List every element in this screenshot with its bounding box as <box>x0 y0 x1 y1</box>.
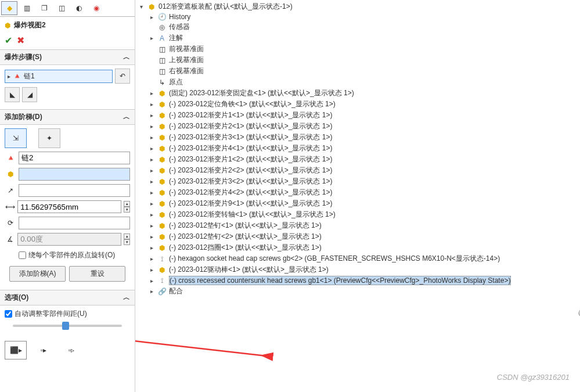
distance-icon: ⟷ <box>5 203 15 211</box>
rotation-axis-input[interactable] <box>19 217 130 229</box>
panel-tabs: ◆ ▥ ❐ ◫ ◐ ◉ <box>0 0 135 17</box>
explode-mode-2[interactable]: ▫▸ <box>33 341 55 359</box>
watermark: CSDN @gz39316201 <box>497 373 570 382</box>
tree-part[interactable]: ▸⬢(-) 2023-012定位角铁<1> (默认<<默认>_显示状态 1>) <box>138 99 578 110</box>
tree-part[interactable]: ▸⬢(-) 2023-012渐变片1<1> (默认<<默认>_显示状态 1>) <box>138 110 578 121</box>
property-manager-panel: ◆ ▥ ❐ ◫ ◐ ◉ ⬢ 爆炸视图2 ✔ ✖ 爆炸步骤(S) ︿ ▸ 🔺 链1 <box>0 0 135 392</box>
spin-down[interactable]: ▾ <box>124 239 130 245</box>
tree-part[interactable]: ▸⬢(-) 2023-012渐变片9<1> (默认<<默认>_显示状态 1>) <box>138 198 578 209</box>
tree-part[interactable]: ▸⬢(-) 2023-012挡圈<1> (默认<<默认>_显示状态 1>) <box>138 242 578 253</box>
ok-button[interactable]: ✔ <box>5 35 12 46</box>
tab-dimxpert[interactable]: ◫ <box>53 1 70 15</box>
tab-property[interactable]: ▥ <box>19 1 35 15</box>
feature-tree: ▾⬢ 012渐变遮板装配 (默认<默认_显示状态-1>) ▸🕘 History … <box>135 0 580 298</box>
tree-annotations[interactable]: ▸A 注解 <box>138 33 578 44</box>
svg-line-0 <box>135 335 272 357</box>
tree-part[interactable]: ▸⬢(-) 2023-012渐变片3<2> (默认<<默认>_显示状态 1>) <box>138 176 578 187</box>
auto-spacing-checkbox[interactable] <box>5 310 12 318</box>
chain-icon: 🔺 <box>5 154 16 162</box>
tree-drive-rod[interactable]: ▸⬢ (-) 2023-012驱动棒<1> (默认<<默认>_显示状态 1>) <box>138 264 578 275</box>
distance-input[interactable] <box>17 200 121 213</box>
tree-root[interactable]: ▾⬢ 012渐变遮板装配 (默认<默认_显示状态-1>) <box>138 1 578 12</box>
tree-sensors[interactable]: ◎ 传感器 <box>138 21 578 33</box>
tree-part[interactable]: ▸⬢(固定) 2023-012渐变固定盘<1> (默认<<默认>_显示状态 1>… <box>138 88 578 99</box>
collapse-icon: ︿ <box>123 293 130 303</box>
linear-stair-button[interactable]: ⇲ <box>5 128 27 148</box>
section-explode-steps[interactable]: 爆炸步骤(S) ︿ <box>0 49 135 65</box>
tree-screw-countersunk[interactable]: ▸⟟ (-) cross recessed countersunk head s… <box>138 275 578 286</box>
goto-start-button[interactable]: ◣ <box>5 87 20 102</box>
tab-configuration[interactable]: ❐ <box>36 1 52 15</box>
tree-part[interactable]: ▸⬢(-) 2023-012渐变片1<2> (默认<<默认>_显示状态 1>) <box>138 154 578 165</box>
section-label: 添加阶梯(D) <box>5 112 42 122</box>
spacing-slider[interactable] <box>13 325 122 327</box>
tree-part[interactable]: ▸⬢(-) 2023-012渐变片4<1> (默认<<默认>_显示状态 1>) <box>138 143 578 154</box>
tree-front-plane[interactable]: ◫ 前视基准面 <box>138 44 578 55</box>
direction-icon: ↗ <box>5 186 16 195</box>
spin-up[interactable]: ▴ <box>124 233 130 239</box>
checkbox-label: 绕每个零部件的原点旋转(O) <box>28 250 115 260</box>
tree-part[interactable]: ▸⬢(-) 2023-012渐变片4<2> (默认<<默认>_显示状态 1>) <box>138 187 578 198</box>
tree-part[interactable]: ▸⬢(-) 2023-012渐变转轴<1> (默认<<默认>_显示状态 1>) <box>138 209 578 220</box>
annotation-arrow <box>135 328 275 362</box>
spin-up[interactable]: ▴ <box>124 201 130 207</box>
tab-display[interactable]: ◐ <box>71 1 87 15</box>
assembly-icon: ⬢ <box>5 21 10 30</box>
tree-part[interactable]: ▸⬢(-) 2023-012渐变片3<1> (默认<<默认>_显示状态 1>) <box>138 132 578 143</box>
tree-part[interactable]: ▸⬢(-) 2023-012渐变片2<1> (默认<<默认>_显示状态 1>) <box>138 121 578 132</box>
cancel-button[interactable]: ✖ <box>17 35 24 46</box>
tree-top-plane[interactable]: ◫ 上视基准面 <box>138 55 578 66</box>
section-options[interactable]: 选项(O) ︿ <box>0 290 135 305</box>
direction-input[interactable] <box>19 184 130 197</box>
tab-feature-manager[interactable]: ◆ <box>1 1 17 15</box>
tree-part[interactable]: ▸⬢(-) 2023-012渐变片2<2> (默认<<默认>_显示状态 1>) <box>138 165 578 176</box>
rotate-origin-checkbox[interactable] <box>19 251 26 259</box>
panel-title-row: ⬢ 爆炸视图2 <box>0 17 135 34</box>
tree-mates[interactable]: ▸🔗 配合 <box>138 286 578 297</box>
explode-mode-1[interactable]: ⬛▸ <box>5 341 27 359</box>
confirm-row: ✔ ✖ <box>0 34 135 49</box>
section-label: 爆炸步骤(S) <box>5 52 42 62</box>
collapse-icon: ︿ <box>123 52 130 62</box>
spin-down[interactable]: ▾ <box>124 207 130 213</box>
angle-icon: ∡ <box>5 235 15 243</box>
tab-appearance[interactable]: ◉ <box>88 1 105 15</box>
radial-stair-button[interactable]: ✦ <box>38 128 60 148</box>
step-label: 链1 <box>24 71 35 81</box>
collapse-icon: ︿ <box>123 112 130 122</box>
tree-screw-hex[interactable]: ▸⟟ (-) hexagon socket head cap screws gb… <box>138 253 578 264</box>
axis-icon: ⟳ <box>5 219 16 227</box>
tree-part[interactable]: ▸⬢(-) 2023-012垫钉<2> (默认<<默认>_显示状态 1>) <box>138 231 578 242</box>
explode-mode-3[interactable]: ▫▹ <box>60 341 82 359</box>
chain-name-input[interactable] <box>19 152 130 164</box>
add-stair-button[interactable]: 添加阶梯(A) <box>9 266 66 282</box>
angle-input <box>17 233 121 246</box>
panel-title: 爆炸视图2 <box>14 20 46 30</box>
graphics-area: ▾⬢ 012渐变遮板装配 (默认<默认_显示状态-1>) ▸🕘 History … <box>135 0 580 392</box>
step-chain-1[interactable]: ▸ 🔺 链1 <box>5 70 113 83</box>
tree-history[interactable]: ▸🕘 History <box>138 12 578 21</box>
tree-origin[interactable]: ↳ 原点 <box>138 77 578 88</box>
reset-button[interactable]: 重设 <box>69 266 125 282</box>
section-label: 选项(O) <box>5 293 28 303</box>
checkbox-label: 自动调整零部件间距(U) <box>15 309 87 319</box>
tree-right-plane[interactable]: ◫ 右视基准面 <box>138 66 578 77</box>
section-add-stair[interactable]: 添加阶梯(D) ︿ <box>0 109 135 125</box>
component-select[interactable] <box>19 168 130 181</box>
tree-part[interactable]: ▸⬢(-) 2023-012垫钉<1> (默认<<默认>_显示状态 1>) <box>138 220 578 231</box>
slider-thumb[interactable] <box>62 322 69 330</box>
bottom-icon-row: ⬛▸ ▫▸ ▫▹ <box>0 336 135 364</box>
component-icon: ⬢ <box>5 170 16 178</box>
undo-step-button[interactable]: ↶ <box>115 69 130 84</box>
step-icon: 🔺 <box>13 72 21 80</box>
goto-end-button[interactable]: ◢ <box>22 87 37 102</box>
